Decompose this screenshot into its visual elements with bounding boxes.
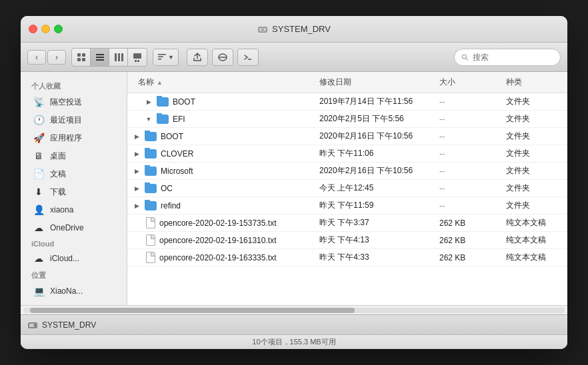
- status-text: 10个项目，155.3 MB可用: [252, 337, 335, 347]
- column-view-button[interactable]: [109, 49, 128, 66]
- folder-icon: [145, 184, 157, 193]
- file-list: 名称 ▲ 修改日期 大小 种类 ▶ BOOT: [127, 72, 567, 305]
- expand-arrow[interactable]: ▶: [133, 184, 141, 192]
- expand-arrow[interactable]: ▶: [133, 167, 141, 175]
- table-row[interactable]: ▶ BOOT 2020年2月16日 下午10:56 -- 文件夹: [127, 128, 567, 145]
- apps-icon: 🚀: [33, 132, 45, 144]
- cell-size: --: [434, 182, 501, 194]
- share-button[interactable]: [187, 49, 208, 66]
- sidebar-item-xiaona-loc[interactable]: 💻 XiaoNa...: [25, 282, 123, 300]
- documents-icon: 📄: [33, 168, 45, 180]
- table-row[interactable]: ▶ Microsoft 2020年2月16日 下午10:56 -- 文件夹: [127, 163, 567, 180]
- svg-rect-4: [82, 53, 85, 57]
- table-row[interactable]: ▶ CLOVER 昨天 下午11:06 -- 文件夹: [127, 145, 567, 163]
- grid-icon: [77, 53, 86, 62]
- computer-icon: 💻: [33, 285, 45, 297]
- svg-point-26: [34, 324, 36, 326]
- filelist-header: 名称 ▲ 修改日期 大小 种类: [127, 72, 567, 93]
- gallery-icon: [133, 53, 142, 62]
- file-icon: [146, 252, 155, 263]
- expand-arrow[interactable]: ▼: [145, 115, 153, 123]
- svg-rect-15: [137, 60, 139, 62]
- sidebar-item-downloads[interactable]: ⬇ 下载: [25, 183, 123, 200]
- sidebar-item-label: 隔空投送: [50, 97, 82, 108]
- file-icon: [146, 217, 155, 228]
- cell-size: --: [434, 148, 501, 160]
- svg-rect-18: [158, 59, 161, 60]
- cell-kind: 纯文本文稿: [501, 250, 567, 264]
- gallery-view-button[interactable]: [128, 49, 147, 66]
- cell-size: --: [434, 96, 501, 108]
- col-name-header[interactable]: 名称 ▲: [127, 75, 314, 90]
- cell-name: ▶ CLOVER: [127, 148, 314, 160]
- cell-modified: 2020年2月5日 下午5:56: [314, 112, 434, 126]
- close-button[interactable]: [29, 25, 37, 33]
- terminal-icon: [243, 52, 253, 63]
- icon-view-button[interactable]: [72, 49, 91, 66]
- horizontal-scrollbar[interactable]: [21, 305, 567, 314]
- minimize-button[interactable]: [41, 25, 50, 33]
- maximize-button[interactable]: [54, 25, 63, 33]
- cell-size: --: [434, 165, 501, 177]
- list-view-button[interactable]: [91, 49, 109, 66]
- window-title: SYSTEM_DRV: [257, 24, 331, 35]
- expand-arrow[interactable]: ▶: [133, 133, 141, 141]
- table-row[interactable]: ▶ OC 今天 上午12:45 -- 文件夹: [127, 180, 567, 197]
- cell-name: ▶ BOOT: [127, 131, 314, 143]
- icloud-icon: ☁: [33, 252, 45, 264]
- svg-rect-6: [82, 58, 85, 61]
- folder-icon: [157, 97, 169, 107]
- sidebar-item-recents[interactable]: 🕐 最近项目: [25, 111, 123, 129]
- table-row[interactable]: opencore-2020-02-19-161310.txt 昨天 下午4:13…: [127, 232, 567, 249]
- search-box[interactable]: [454, 49, 561, 66]
- cell-kind: 文件夹: [501, 164, 567, 178]
- cell-kind: 文件夹: [501, 147, 567, 161]
- sidebar-item-label: 文稿: [50, 169, 66, 180]
- cell-kind: 纯文本文稿: [501, 233, 567, 247]
- table-row[interactable]: ▶ BOOT 2019年7月14日 下午11:56 -- 文件夹: [127, 93, 567, 111]
- terminal-button[interactable]: [237, 49, 259, 66]
- table-row[interactable]: opencore-2020-02-19-163335.txt 昨天 下午4:33…: [127, 249, 567, 266]
- cell-kind: 文件夹: [501, 129, 567, 143]
- sidebar-item-desktop[interactable]: 🖥 桌面: [25, 147, 123, 165]
- sidebar-item-label: iCloud...: [50, 254, 79, 263]
- search-input[interactable]: [473, 53, 553, 62]
- personal-section-label: 个人收藏: [21, 79, 127, 93]
- forward-button[interactable]: ›: [47, 50, 66, 65]
- cell-modified: 今天 上午12:45: [314, 181, 434, 195]
- expand-arrow[interactable]: ▶: [145, 98, 153, 106]
- sidebar-item-documents[interactable]: 📄 文稿: [25, 165, 123, 182]
- sort-arrow: ▼: [168, 54, 174, 61]
- table-row[interactable]: opencore-2020-02-19-153735.txt 昨天 下午3:37…: [127, 214, 567, 232]
- cell-name: ▶ OC: [127, 182, 314, 194]
- col-size-header[interactable]: 大小: [434, 75, 501, 90]
- cell-name: opencore-2020-02-19-161310.txt: [127, 233, 314, 247]
- sidebar-item-apps[interactable]: 🚀 应用程序: [25, 129, 123, 147]
- locations-section-label: 位置: [21, 268, 127, 282]
- sort-dropdown[interactable]: ▼: [153, 49, 179, 66]
- table-row[interactable]: ▼ EFI 2020年2月5日 下午5:56 -- 文件夹: [127, 111, 567, 128]
- sidebar-item-label: 桌面: [50, 151, 66, 162]
- expand-arrow[interactable]: ▶: [133, 150, 141, 158]
- sidebar-item-label: 下载: [50, 186, 66, 198]
- view-button-group: [71, 48, 147, 67]
- downloads-icon: ⬇: [33, 186, 45, 198]
- sidebar-item-icloud[interactable]: ☁ iCloud...: [25, 250, 123, 267]
- recents-icon: 🕐: [33, 114, 45, 126]
- cell-size: --: [434, 113, 501, 125]
- sidebar: 个人收藏 📡 隔空投送 🕐 最近项目 🚀 应用程序 🖥 桌面 📄 文稿: [21, 72, 127, 305]
- sidebar-item-xiaona[interactable]: 👤 xiaona: [25, 201, 123, 218]
- cell-size: 262 KB: [434, 252, 501, 264]
- sidebar-item-airdrop[interactable]: 📡 隔空投送: [25, 93, 123, 111]
- scrollbar-thumb[interactable]: [30, 308, 355, 313]
- expand-arrow[interactable]: ▶: [133, 202, 141, 210]
- titlebar: SYSTEM_DRV: [21, 16, 567, 43]
- svg-rect-9: [96, 59, 104, 61]
- back-button[interactable]: ‹: [27, 50, 46, 65]
- svg-rect-13: [133, 53, 141, 59]
- tag-button[interactable]: [212, 49, 233, 66]
- col-modified-header[interactable]: 修改日期: [314, 75, 434, 90]
- sidebar-item-onedrive[interactable]: ☁ OneDrive: [25, 219, 123, 236]
- table-row[interactable]: ▶ refind 昨天 下午11:59 -- 文件夹: [127, 197, 567, 214]
- col-kind-header[interactable]: 种类: [501, 75, 567, 90]
